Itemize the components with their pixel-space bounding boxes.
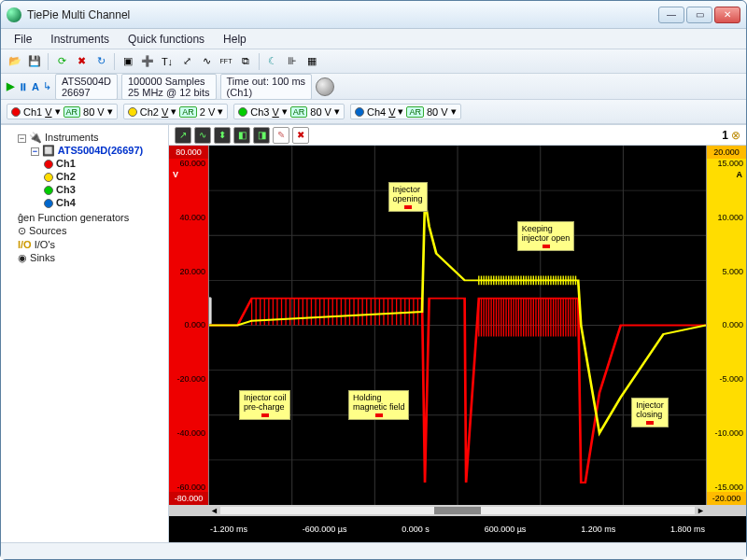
menu-file[interactable]: File bbox=[5, 31, 41, 48]
play-button[interactable]: ▶ bbox=[7, 80, 14, 92]
tree-device[interactable]: −🔲 ATS5004D(26697) Ch1 Ch2 Ch3 Ch4 bbox=[18, 144, 164, 210]
xt3: 600.000 µs bbox=[485, 525, 527, 534]
channel-4[interactable]: Ch4 V▾ AR 80 V▾ bbox=[350, 104, 461, 119]
channel-1[interactable]: Ch1 V▾ AR 80 V▾ bbox=[7, 104, 118, 119]
annotation[interactable]: Injectoropening bbox=[388, 182, 428, 212]
tree-instruments[interactable]: −🔌 Instruments −🔲 ATS5004D(26697) Ch1 Ch… bbox=[5, 131, 164, 211]
main-area: −🔌 Instruments −🔲 ATS5004D(26697) Ch1 Ch… bbox=[1, 124, 746, 542]
menubar: File Instruments Quick functions Help bbox=[1, 29, 746, 49]
statusbar bbox=[1, 542, 746, 559]
settings-icon[interactable]: ☾ bbox=[264, 53, 281, 70]
plot-number: 1 bbox=[722, 129, 728, 142]
ch4-range: 80 V bbox=[427, 106, 448, 118]
menu-help[interactable]: Help bbox=[214, 31, 256, 48]
sample-rate: 25 MHz @ 12 bits bbox=[128, 87, 210, 98]
plot-panel: ↗ ∿ ⬍ ◧ ◨ ✎ ✖ 1 ⊗ 80.000 V 60.00040.0002… bbox=[169, 125, 746, 542]
ch1-range: 80 V bbox=[83, 106, 105, 118]
scale-icon[interactable]: ⤢ bbox=[178, 53, 195, 70]
close-button[interactable]: ✕ bbox=[714, 7, 740, 23]
menu-instruments[interactable]: Instruments bbox=[41, 31, 119, 48]
menu-quick-functions[interactable]: Quick functions bbox=[119, 31, 214, 48]
app-window: TiePie Multi Channel — ▭ ✕ File Instrume… bbox=[0, 0, 747, 560]
plot-delete-icon[interactable]: ✖ bbox=[292, 127, 309, 144]
tree-ch2[interactable]: Ch2 bbox=[31, 170, 164, 183]
plot-mode-3-icon[interactable]: ⬍ bbox=[214, 127, 231, 144]
yr-ticks: 15.00010.0005.0000.000-5.000-10.000-15.0… bbox=[707, 159, 746, 492]
plot-mode-5-icon[interactable]: ◨ bbox=[253, 127, 270, 144]
sample-count: 100000 Samples bbox=[128, 76, 210, 87]
plot-mode-4-icon[interactable]: ◧ bbox=[233, 127, 250, 144]
yr-max: 20.000 bbox=[707, 146, 746, 159]
ch1-label: Ch1 bbox=[23, 106, 42, 118]
grid-icon[interactable]: ▦ bbox=[303, 53, 320, 70]
channel-2[interactable]: Ch2 V▾ AR 2 V▾ bbox=[123, 104, 229, 119]
yl-ticks: 60.00040.00020.0000.000-20.000-40.000-60… bbox=[169, 159, 208, 492]
pause-button[interactable]: ⏸ bbox=[18, 81, 28, 92]
plot-mode-2-icon[interactable]: ∿ bbox=[194, 127, 211, 144]
wave-icon[interactable]: ∿ bbox=[198, 53, 215, 70]
xt5: 1.800 ms bbox=[670, 525, 705, 534]
ruler-icon[interactable]: ⊪ bbox=[284, 53, 301, 70]
xt0: -1.200 ms bbox=[210, 525, 247, 534]
timeout-knob[interactable] bbox=[316, 77, 334, 96]
add-icon[interactable]: ➕ bbox=[139, 53, 156, 70]
plot-close-icon[interactable]: ⊗ bbox=[731, 129, 740, 142]
tree-ios[interactable]: I/O I/O's bbox=[5, 238, 164, 251]
x-axis: -1.200 ms -600.000 µs 0.000 s 600.000 µs… bbox=[169, 516, 746, 542]
redo-icon[interactable]: ↻ bbox=[92, 53, 109, 70]
tree-sinks[interactable]: ◉ Sinks bbox=[5, 251, 164, 265]
xt1: -600.000 µs bbox=[303, 525, 347, 534]
device-box[interactable]: ATS5004D 26697 bbox=[55, 74, 118, 100]
step-button[interactable]: ↳ bbox=[43, 80, 51, 92]
tree-sources[interactable]: ⊙ Sources bbox=[5, 224, 164, 238]
tree-ch1[interactable]: Ch1 bbox=[31, 157, 164, 170]
yr-min: -20.000 bbox=[707, 492, 746, 505]
tree-ch3[interactable]: Ch3 bbox=[31, 183, 164, 196]
sidebar: −🔌 Instruments −🔲 ATS5004D(26697) Ch1 Ch… bbox=[1, 125, 169, 542]
open-icon[interactable]: 📂 bbox=[7, 53, 23, 70]
app-icon bbox=[7, 7, 21, 22]
titlebar: TiePie Multi Channel — ▭ ✕ bbox=[1, 1, 746, 29]
xt4: 1.200 ms bbox=[581, 525, 615, 534]
chart3d-icon[interactable]: ⧉ bbox=[237, 53, 254, 70]
auto-button[interactable]: A bbox=[32, 81, 39, 92]
timeout-value: Time out: 100 ms bbox=[227, 76, 306, 87]
plot-erase-icon[interactable]: ✎ bbox=[273, 127, 289, 144]
timeout-channel: (Ch1) bbox=[227, 87, 306, 98]
yl-min: -80.000 bbox=[169, 492, 208, 505]
ch3-range: 80 V bbox=[310, 106, 331, 118]
tree-ch4[interactable]: Ch4 bbox=[31, 196, 164, 209]
device-infobar: ▶ ⏸ A ↳ ATS5004D 26697 100000 Samples 25… bbox=[1, 74, 746, 100]
xt2: 0.000 s bbox=[402, 525, 430, 534]
ch2-label: Ch2 bbox=[140, 106, 159, 118]
tree-function-generators[interactable]: ĝen Function generators bbox=[5, 211, 164, 224]
maximize-button[interactable]: ▭ bbox=[686, 7, 712, 23]
time-icon[interactable]: T↓ bbox=[159, 53, 176, 70]
ch3-label: Ch3 bbox=[250, 106, 269, 118]
timeout-box[interactable]: Time out: 100 ms (Ch1) bbox=[220, 74, 313, 100]
channel-bar: Ch1 V▾ AR 80 V▾ Ch2 V▾ AR 2 V▾ Ch3 V▾ AR… bbox=[1, 100, 746, 124]
fft-icon[interactable]: FFT bbox=[218, 53, 234, 70]
cancel-icon[interactable]: ✖ bbox=[73, 53, 90, 70]
device-name: ATS5004D bbox=[62, 76, 111, 87]
annotation[interactable]: Holdingmagnetic field bbox=[348, 390, 410, 420]
plot-mode-1-icon[interactable]: ↗ bbox=[175, 127, 191, 144]
y-axis-left[interactable]: 80.000 V 60.00040.00020.0000.000-20.000-… bbox=[169, 146, 208, 505]
plot-toolbar: ↗ ∿ ⬍ ◧ ◨ ✎ ✖ 1 ⊗ bbox=[169, 125, 746, 146]
chart-canvas[interactable]: InjectoropeningKeepinginjector openInjec… bbox=[208, 146, 707, 505]
minimize-button[interactable]: — bbox=[658, 7, 684, 23]
annotation[interactable]: Injector coilpre-charge bbox=[239, 390, 291, 420]
refresh-icon[interactable]: ⟳ bbox=[53, 53, 70, 70]
yl-max: 80.000 bbox=[169, 146, 208, 159]
annotation[interactable]: Injectorclosing bbox=[631, 398, 669, 427]
toolbar-main: 📂 💾 ⟳ ✖ ↻ ▣ ➕ T↓ ⤢ ∿ FFT ⧉ ☾ ⊪ ▦ bbox=[1, 49, 746, 74]
sample-box[interactable]: 100000 Samples 25 MHz @ 12 bits bbox=[121, 74, 217, 100]
save-icon[interactable]: 💾 bbox=[26, 53, 43, 70]
device-serial: 26697 bbox=[62, 87, 111, 98]
channel-3[interactable]: Ch3 V▾ AR 80 V▾ bbox=[233, 104, 345, 119]
cursor-icon[interactable]: ▣ bbox=[120, 53, 136, 70]
annotation[interactable]: Keepinginjector open bbox=[517, 221, 575, 251]
y-axis-right[interactable]: 20.000 A 15.00010.0005.0000.000-5.000-10… bbox=[707, 146, 746, 505]
x-scrollbar[interactable]: ◄► bbox=[169, 505, 746, 516]
ch2-range: 2 V bbox=[200, 106, 216, 118]
